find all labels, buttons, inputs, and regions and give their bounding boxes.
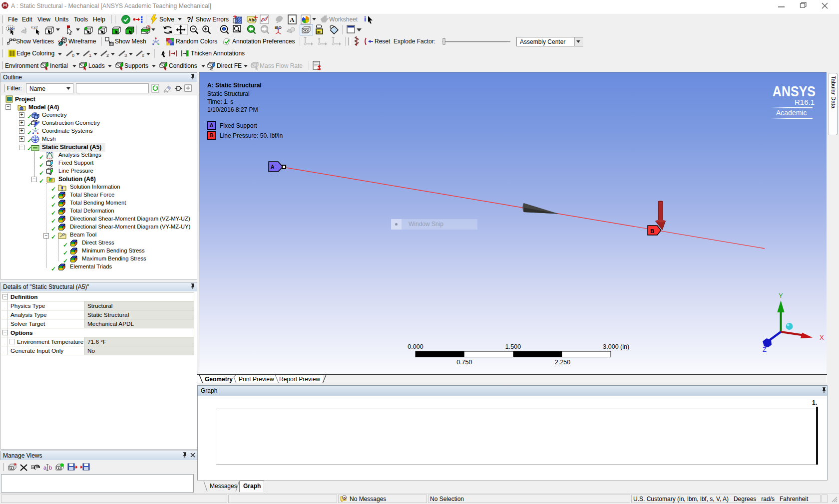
svg-text:0.750: 0.750 bbox=[456, 359, 472, 366]
svg-text:B: B bbox=[650, 228, 654, 234]
svg-text:X: X bbox=[820, 334, 824, 341]
svg-text:0.000: 0.000 bbox=[408, 343, 423, 350]
svg-text:0: 0 bbox=[344, 496, 346, 501]
svg-text:x: x bbox=[142, 53, 144, 58]
svg-text:A: A bbox=[290, 16, 295, 23]
svg-text:1: 1 bbox=[89, 53, 91, 58]
svg-text:2.250: 2.250 bbox=[555, 359, 570, 366]
svg-text:(in): (in) bbox=[620, 343, 629, 350]
svg-text:x,y,z: x,y,z bbox=[31, 25, 38, 29]
svg-text:3: 3 bbox=[124, 53, 127, 58]
svg-text:Z: Z bbox=[763, 346, 767, 353]
svg-text:a: a bbox=[43, 465, 47, 471]
svg-text:A: A bbox=[271, 164, 274, 170]
svg-text:2: 2 bbox=[106, 53, 109, 58]
svg-text:1.500: 1.500 bbox=[505, 343, 521, 350]
svg-text:b: b bbox=[49, 465, 52, 471]
svg-text:Y: Y bbox=[779, 292, 783, 299]
svg-text:3.000: 3.000 bbox=[603, 343, 618, 350]
svg-text:0: 0 bbox=[72, 53, 74, 58]
